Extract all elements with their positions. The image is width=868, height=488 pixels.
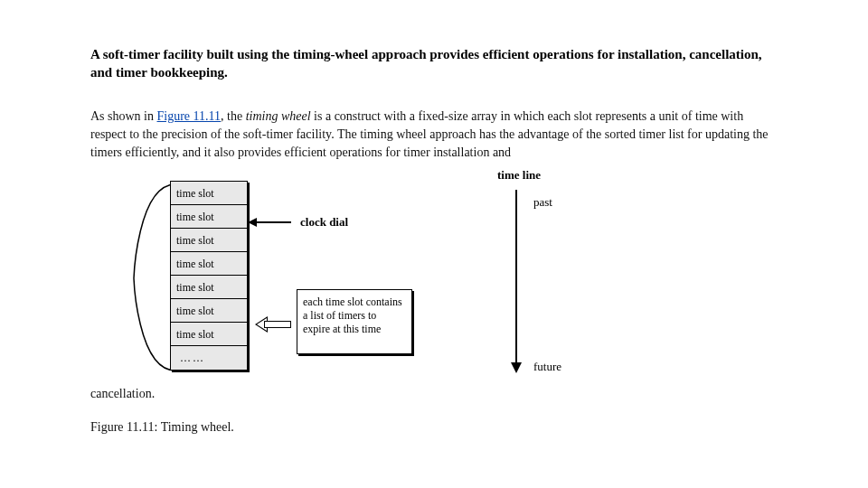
timing-wheel-diagram: time slot time slot time slot time slot … [170,181,640,398]
timing-wheel-slots: time slot time slot time slot time slot … [170,181,248,371]
time-slot: time slot [171,276,247,299]
clock-dial-arrow-icon [255,221,291,223]
body-paragraph: As shown in Figure 11.11, the timing whe… [90,108,778,163]
time-slot: time slot [171,229,247,252]
time-slot: time slot [171,205,247,229]
time-slot: time slot [171,182,247,205]
timeline-future-label: future [533,360,561,374]
note-box: each time slot contains a list of timers… [297,289,412,354]
para-after-link: , the [221,109,246,123]
time-slot-ellipsis: …… [171,346,247,370]
time-slot: time slot [171,323,247,346]
clock-dial-label: clock dial [300,215,348,230]
timeline-past-label: past [533,195,552,210]
para-dangling: cancellation. [90,387,155,401]
time-slot: time slot [171,299,247,323]
page-title: A soft-timer facility built using the ti… [90,45,778,82]
time-slot: time slot [171,252,247,276]
figure-caption: Figure 11.11: Timing wheel. [90,420,234,435]
para-italic: timing wheel [246,109,311,123]
note-arrow-icon [257,318,291,331]
timeline-label: time line [497,168,541,183]
timeline-arrow-icon [515,190,517,366]
figure-link[interactable]: Figure 11.11 [157,109,222,123]
para-lead: As shown in [90,109,157,123]
